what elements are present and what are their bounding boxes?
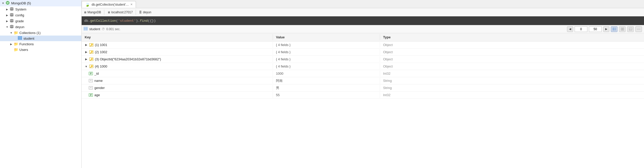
key-cell: ▼ 🔑 (4) 1000 [82,63,273,69]
table-row: ▶ 🔑 (3) ObjectId("6234aa20341b32e871bd36… [82,56,644,63]
schema-label: deyun [143,10,151,14]
nav-prev-button[interactable]: ◀ [567,26,573,32]
chevron-right-icon: ▶ [5,20,9,23]
data-area: Key Value Type ▶ 🔑 (1) 1001 { 4 fields }… [82,33,644,168]
col-header-value: Value [273,34,380,40]
key-value: age [94,93,100,97]
sidebar-item-label: grade [15,19,24,23]
results-toolbar: student ⏱ 0.001 sec. ◀ ▶ { } ⋯ [82,25,644,33]
breadcrumb-separator [104,10,104,15]
sidebar-item-label: deyun [15,25,24,29]
svg-point-4 [10,9,14,11]
sidebar-item-grade[interactable]: ▶ grade [0,18,81,24]
sidebar-item-label: student [23,37,34,40]
db-icon [9,25,14,29]
type-cell: Object [380,56,644,62]
key-cell: "' gender [82,85,273,91]
svg-rect-19 [84,27,88,30]
chevron-right-icon: ▶ [5,14,9,17]
view-grid-button[interactable] [611,26,617,32]
sidebar-item-functions[interactable]: ▶ 📁 Functions [0,41,81,47]
chevron-right-icon: ▶ [5,8,9,11]
text-icon: "' [89,79,93,82]
svg-point-10 [10,21,14,23]
chevron-down-icon: ▼ [5,26,9,28]
column-headers: Key Value Type [82,33,644,41]
folder-icon: 📁 [13,48,18,52]
key-cell: ▶ 🔑 (1) 1001 [82,42,273,48]
main-content: 🍃 db.getCollection('student'… ✕ 🖥 MangoD… [82,0,644,168]
table-icon [17,36,22,40]
svg-text:{ }: { } [629,28,632,30]
sidebar: ▼ M MongoDB (5) ▶ System ▶ config ▶ grad… [0,0,82,168]
schema-icon: 🗄 [139,11,142,14]
col-header-type: Type [380,34,644,40]
sidebar-item-system[interactable]: ▶ System [0,6,81,12]
results-table-name: student [89,27,100,31]
view-text-button[interactable]: { } [627,26,634,32]
key-value: (3) ObjectId("6234aa20341b32e871bd3682") [95,57,161,61]
sidebar-item-mongodb-root[interactable]: ▼ M MongoDB (5) [0,0,81,6]
toolbar: 🖥 MangoDB 🖥 localhost:27017 🗄 deyun [82,8,644,16]
value-cell: 阿南 [273,77,380,84]
folder-icon: 📁 [13,31,18,35]
value-cell: { 4 fields } [273,42,380,48]
chevron-right-icon: ▶ [9,43,13,46]
folder-icon: 📁 [13,42,18,46]
table-row: ▶ 🔑 (1) 1001 { 4 fields } Object [82,41,644,49]
sidebar-item-label: Users [19,48,28,52]
type-cell: String [380,78,644,84]
expand-button[interactable]: ▶ [85,43,88,47]
host-breadcrumb[interactable]: 🖥 localhost:27017 [107,10,133,14]
type-cell: Object [380,49,644,55]
sidebar-item-config[interactable]: ▶ config [0,12,81,18]
tab-close-button[interactable]: ✕ [130,3,133,6]
sidebar-item-student[interactable]: ▶ student [0,36,81,41]
expand-button[interactable]: ▼ [85,65,88,68]
query-bar[interactable]: db.getCollection('student').find({}) [82,16,644,25]
svg-point-7 [10,15,14,17]
expand-button[interactable]: ▶ [85,58,88,61]
clock-icon: ⏱ [102,27,105,31]
db-breadcrumb[interactable]: 🖥 MangoDB [84,10,101,14]
key-icon: 🔑 [89,50,93,54]
table-row: "' gender 男 String [82,84,644,92]
schema-breadcrumb[interactable]: 🗄 deyun [139,10,151,14]
db-icon [9,7,14,12]
col-header-key: Key [82,34,273,40]
table-row: # _id 1000 Int32 [82,70,644,77]
sidebar-item-deyun[interactable]: ▼ deyun [0,24,81,30]
table-row: # age 55 Int32 [82,92,644,99]
table-row: ▶ 🔑 (2) 1002 { 4 fields } Object [82,49,644,56]
sidebar-item-users[interactable]: ▶ 📁 Users [0,47,81,52]
value-cell: { 4 fields } [273,56,380,62]
page-size-input[interactable] [589,26,602,32]
view-tree-button[interactable] [619,26,626,32]
db-icon [9,13,14,17]
key-value: (1) 1001 [95,43,107,47]
host-label: localhost:27017 [111,10,133,14]
key-value: gender [94,86,105,90]
expand-button[interactable]: ▶ [85,50,88,54]
tab-label: db.getCollection('student'… [92,3,129,6]
value-cell: { 4 fields } [273,63,380,69]
mongodb-icon: M [5,1,10,6]
results-time: 0.001 sec. [106,27,120,31]
value-cell: 55 [273,92,380,98]
results-table-icon [84,27,88,31]
table-row: ▼ 🔑 (4) 1000 { 4 fields } Object [82,63,644,70]
mongo-leaf-icon: 🍃 [85,2,90,7]
query-text: db.getCollection('student').find({}) [84,19,156,23]
sidebar-item-label: config [15,13,24,17]
key-value: name [94,79,103,83]
view-more-button[interactable]: ⋯ [635,26,642,32]
query-tab[interactable]: 🍃 db.getCollection('student'… ✕ [82,1,136,8]
sidebar-item-label: MongoDB (5) [11,1,31,5]
nav-next-button[interactable]: ▶ [603,26,609,32]
sidebar-item-label: Collections (1) [19,31,41,35]
db-breadcrumb-label: MangoDB [87,10,101,14]
sidebar-item-collections[interactable]: ▼ 📁 Collections (1) [0,30,81,36]
svg-rect-14 [18,36,22,40]
page-current-input[interactable] [575,26,587,32]
svg-text:M: M [7,2,9,4]
